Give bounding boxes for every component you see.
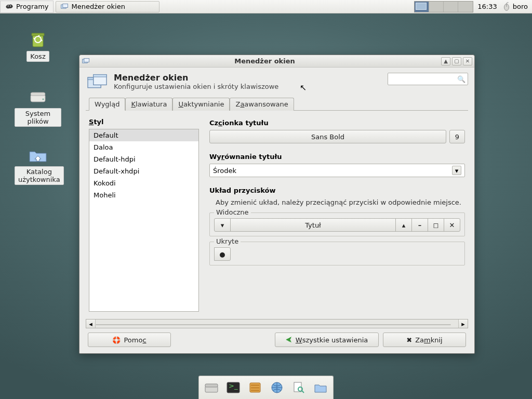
chevron-down-icon: ▾	[452, 166, 461, 175]
window-manager-icon	[60, 3, 69, 10]
window-manager-icon	[82, 58, 90, 65]
style-item[interactable]: Daloa	[89, 141, 198, 153]
document-search-icon	[291, 381, 307, 394]
layout-close-button[interactable]: ✕	[444, 218, 460, 232]
taskbar-button-label: Menedżer okien	[72, 3, 125, 10]
home-folder-icon	[28, 144, 48, 165]
svg-point-10	[43, 99, 44, 100]
search-icon: 🔍	[457, 75, 466, 83]
window-titlebar[interactable]: Menedżer okien ▲ ▢ ✕	[79, 55, 474, 68]
drive-icon	[28, 86, 48, 107]
svg-point-0	[8, 5, 9, 6]
dock-find[interactable]	[289, 378, 308, 397]
dock-web-browser[interactable]	[268, 378, 286, 397]
dock-show-desktop[interactable]	[202, 378, 221, 397]
title-font-heading: Czcionka tytułu	[209, 119, 465, 127]
scroll-left-icon[interactable]: ◂	[86, 320, 96, 328]
settings-search[interactable]: 🔍	[388, 73, 468, 85]
applications-menu-label: Programy	[16, 3, 49, 10]
svg-rect-9	[31, 92, 45, 96]
style-item[interactable]: Moheli	[89, 189, 198, 201]
style-item[interactable]: Kokodi	[89, 177, 198, 189]
svg-rect-7	[32, 33, 44, 36]
style-column: Styl Default Daloa Default-hdpi Default-…	[89, 118, 199, 312]
right-column: Czcionka tytułu Sans Bold 9 Wyrównanie t…	[209, 118, 465, 312]
layout-minimize-button[interactable]: –	[411, 218, 428, 232]
svg-point-1	[10, 5, 11, 6]
layout-shade-button[interactable]: ▴	[395, 218, 412, 232]
desktop-icon-label: System plików	[15, 108, 61, 127]
style-item[interactable]: Default-xhdpi	[89, 165, 198, 177]
help-button[interactable]: 🛟 Pomoc	[88, 332, 171, 347]
close-button[interactable]: ✖ Zamknij	[383, 332, 466, 347]
top-panel: Programy Menedżer okien 16:33 boro	[0, 0, 532, 14]
file-manager-icon	[247, 381, 263, 394]
hidden-legend: Ukryte	[214, 237, 241, 245]
button-layout-hint: Aby zmienić układ, należy przeciągnąć pr…	[216, 198, 465, 206]
all-settings-button[interactable]: ⮜ Wszystkie ustawienia	[275, 332, 379, 347]
title-align-heading: Wyrównanie tytułu	[209, 153, 465, 161]
workspace-pager[interactable]	[414, 1, 473, 12]
combo-value: Środek	[213, 167, 236, 175]
scroll-thumb[interactable]	[96, 324, 451, 325]
svg-rect-18	[251, 390, 259, 391]
taskbar-button-wm[interactable]: Menedżer okien	[56, 1, 159, 12]
tab-keyboard[interactable]: Klawiatura	[125, 98, 172, 111]
trash-icon	[28, 29, 48, 50]
style-item[interactable]: Default-hdpi	[89, 153, 198, 165]
layout-menu-button[interactable]: ▾	[214, 218, 231, 232]
close-icon: ✖	[406, 336, 412, 344]
button-layout-heading: Układ przycisków	[209, 187, 465, 194]
workspace-4[interactable]	[458, 2, 473, 12]
dock-file-manager[interactable]	[246, 378, 264, 397]
desktop-icon-label: Katalog użytkownika	[15, 166, 64, 185]
folder-icon	[313, 381, 328, 394]
style-list[interactable]: Default Daloa Default-hdpi Default-xhdpi…	[89, 129, 199, 312]
desktop-icon-home[interactable]: Katalog użytkownika	[15, 144, 61, 185]
svg-text:>_: >_	[229, 382, 238, 390]
layout-stick-button[interactable]: ●	[214, 247, 231, 261]
svg-rect-12	[205, 384, 218, 387]
title-font-size-button[interactable]: 9	[449, 130, 465, 143]
layout-title-placeholder[interactable]: Tytuł	[230, 218, 396, 232]
settings-title: Menedżer okien	[114, 73, 278, 83]
desktop-icon-filesystem[interactable]: System plików	[15, 86, 61, 127]
window-maximize-button[interactable]: ▢	[452, 57, 461, 65]
svg-rect-17	[251, 387, 259, 389]
title-font-button[interactable]: Sans Bold	[209, 130, 446, 143]
visible-buttons-fieldset: Widoczne ▾ Tytuł ▴ – ◻ ✕	[209, 212, 465, 236]
dock-folder[interactable]	[311, 378, 330, 397]
svg-line-22	[302, 391, 304, 393]
window-title: Menedżer okien	[90, 57, 440, 65]
workspace-3[interactable]	[444, 2, 458, 12]
layout-maximize-button[interactable]: ◻	[428, 218, 444, 232]
style-heading: Styl	[89, 118, 199, 126]
svg-rect-28	[94, 75, 107, 77]
tab-advanced[interactable]: Zaawansowane	[230, 98, 294, 111]
title-align-combo[interactable]: Środek ▾	[209, 164, 465, 177]
terminal-icon: >_	[225, 381, 241, 394]
mouse-icon[interactable]	[501, 2, 512, 11]
clock[interactable]: 16:33	[473, 3, 501, 10]
user-menu[interactable]: boro	[512, 3, 532, 10]
svg-rect-3	[62, 4, 68, 7]
window-manager-large-icon	[86, 73, 109, 91]
style-item-default[interactable]: Default	[89, 129, 198, 141]
tab-focus[interactable]: Uaktywnianie	[172, 98, 230, 111]
window-close-button[interactable]: ✕	[463, 57, 472, 65]
workspace-1[interactable]	[415, 2, 429, 12]
tab-appearance[interactable]: Wygląd	[89, 98, 125, 111]
workspace-2[interactable]	[429, 2, 444, 12]
dock-terminal[interactable]: >_	[224, 378, 243, 397]
svg-rect-24	[84, 58, 89, 62]
svg-rect-16	[251, 384, 259, 386]
desktop-icon-trash[interactable]: Kosz	[15, 29, 61, 62]
horizontal-scrollbar[interactable]: ◂ ▸	[86, 319, 468, 328]
window-rollup-button[interactable]: ▲	[441, 57, 450, 65]
window-manager-settings: Menedżer okien ▲ ▢ ✕ Menedżer okien Konf…	[79, 55, 475, 354]
globe-icon	[269, 381, 285, 394]
scroll-right-icon[interactable]: ▸	[458, 320, 468, 328]
applications-menu[interactable]: Programy	[0, 1, 54, 13]
hidden-buttons-fieldset: Ukryte ●	[209, 242, 465, 265]
bottom-dock: >_	[198, 376, 334, 399]
